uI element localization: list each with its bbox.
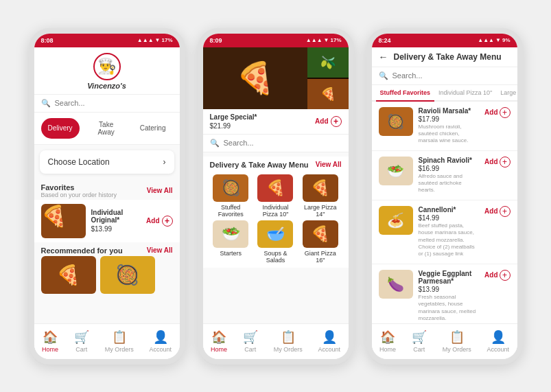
cat-starters[interactable]: 🥗 Starters bbox=[210, 220, 252, 264]
nav-orders-3[interactable]: 📋 My Orders bbox=[443, 330, 471, 353]
chevron-right-icon: › bbox=[163, 157, 166, 167]
back-button-3[interactable]: ← bbox=[379, 51, 388, 62]
sub-tabs-3: Stuffed Favorites Individual Pizza 10" L… bbox=[372, 85, 517, 102]
item-price-1: $16.99 bbox=[419, 165, 480, 172]
nav-cart-3[interactable]: 🛒 Cart bbox=[412, 330, 427, 353]
nav-account-2[interactable]: 👤 Account bbox=[318, 330, 341, 353]
hero-left: 🍕 bbox=[203, 47, 307, 109]
nav-home-1[interactable]: 🏠 Home bbox=[42, 330, 58, 353]
phone-3: 8:24 ▲▲▲ ▼ 9% ← Delivery & Take Away Men… bbox=[366, 28, 523, 365]
hero-thumb-2: 🍕 bbox=[307, 79, 349, 109]
favorites-subtitle: Based on your order history bbox=[41, 192, 117, 198]
favorites-title: Favorites bbox=[41, 183, 117, 192]
battery-3: 9% bbox=[502, 37, 511, 43]
tab-takeaway[interactable]: Take Away bbox=[84, 118, 129, 139]
recommended-view-all[interactable]: View All bbox=[147, 246, 173, 254]
item-price-3: $13.99 bbox=[419, 286, 480, 293]
account-label-3: Account bbox=[487, 346, 510, 353]
battery-1: 17% bbox=[161, 37, 172, 43]
page-title-3: Delivery & Take Away Menu bbox=[394, 52, 502, 62]
home-icon-2: 🏠 bbox=[211, 330, 226, 345]
item-add-1[interactable]: Add + bbox=[484, 157, 510, 168]
search-input-3[interactable] bbox=[392, 71, 511, 80]
cat-label-large: Large Pizza 14" bbox=[299, 204, 341, 218]
plus-icon-item-0: + bbox=[500, 107, 511, 118]
sub-tab-stuffed[interactable]: Stuffed Favorites bbox=[376, 85, 435, 102]
search-bar-1: 🔍 bbox=[34, 95, 180, 113]
signal-icon: ▲▲▲ bbox=[137, 37, 154, 43]
cat-label-giant: Giant Pizza 16" bbox=[299, 250, 341, 264]
item-details-2: Cannelloni* $14.99 Beef stuffed pasta, h… bbox=[419, 206, 480, 258]
status-icons-1: ▲▲▲ ▼ 17% bbox=[137, 37, 173, 43]
nav-home-3[interactable]: 🏠 Home bbox=[379, 330, 396, 353]
menu-list-3: 🥘 Ravioli Marsala* $17.99 Mushroom ravio… bbox=[372, 102, 517, 327]
favorites-header: Favorites Based on your order history Vi… bbox=[34, 179, 180, 200]
status-icons-3: ▲▲▲ ▼ 9% bbox=[478, 37, 510, 43]
favorites-view-all[interactable]: View All bbox=[147, 187, 173, 194]
sub-tab-individual[interactable]: Individual Pizza 10" bbox=[434, 85, 496, 102]
item-name-1: Spinach Ravioli* bbox=[419, 157, 480, 164]
add-text-2: Add bbox=[484, 207, 497, 215]
cat-img-giant: 🍕 bbox=[303, 220, 338, 248]
tab-delivery[interactable]: Delivery bbox=[41, 118, 80, 139]
cat-individual[interactable]: 🍕 Individual Pizza 10" bbox=[255, 174, 296, 218]
nav-account-1[interactable]: 👤 Account bbox=[150, 330, 172, 353]
search-bar-2: 🔍 bbox=[203, 135, 349, 152]
nav-orders-1[interactable]: 📋 My Orders bbox=[105, 330, 134, 353]
app-header-1: 👨‍🍳 Vincenzo's bbox=[34, 47, 180, 95]
search-bar-3: 🔍 bbox=[372, 67, 517, 85]
bottom-nav-3: 🏠 Home 🛒 Cart 📋 My Orders 👤 Account bbox=[372, 323, 517, 359]
item-thumb-2: 🍝 bbox=[379, 206, 413, 235]
featured-plus-1: + bbox=[331, 116, 342, 127]
menu-section-header-2: Delivery & Take Away Menu View All bbox=[203, 157, 349, 170]
item-desc-2: Beef stuffed pasta, house marinara sauce… bbox=[419, 222, 480, 258]
cat-soups[interactable]: 🥣 Soups & Salads bbox=[255, 220, 296, 264]
cart-icon-3: 🛒 bbox=[412, 330, 427, 345]
choose-location[interactable]: Choose Location › bbox=[40, 150, 174, 174]
account-icon-2: 👤 bbox=[322, 330, 337, 345]
wifi-icon: ▼ bbox=[155, 37, 161, 43]
add-text-0: Add bbox=[484, 108, 497, 116]
food-info-0: Individual Original* $13.99 bbox=[91, 209, 141, 233]
orders-icon-3: 📋 bbox=[449, 330, 465, 345]
delivery-tabs: Delivery Take Away Catering bbox=[34, 113, 180, 145]
menu-view-all-2[interactable]: View All bbox=[316, 161, 342, 168]
status-bar-1: 8:08 ▲▲▲ ▼ 17% bbox=[34, 34, 180, 47]
item-add-0[interactable]: Add + bbox=[484, 107, 510, 118]
item-add-2[interactable]: Add + bbox=[484, 206, 510, 217]
phone-1: 8:08 ▲▲▲ ▼ 17% 👨‍🍳 Vincenzo's 🔍 bbox=[29, 28, 185, 365]
featured-add-1[interactable]: Add + bbox=[315, 116, 341, 127]
cart-label-2: Cart bbox=[244, 346, 256, 353]
wifi-icon-3: ▼ bbox=[495, 37, 501, 43]
nav-account-3[interactable]: 👤 Account bbox=[487, 330, 510, 353]
signal-icon-2: ▲▲▲ bbox=[306, 37, 323, 43]
plus-icon-0: + bbox=[162, 216, 173, 227]
nav-cart-2[interactable]: 🛒 Cart bbox=[243, 330, 258, 353]
favorites-item-0: 🍕 Individual Original* $13.99 Add + bbox=[34, 200, 180, 242]
item-price-2: $14.99 bbox=[419, 214, 480, 222]
search-input-1[interactable] bbox=[55, 99, 173, 107]
add-text-1: Add bbox=[484, 158, 497, 165]
tab-catering[interactable]: Catering bbox=[133, 118, 173, 139]
search-icon-1: 🔍 bbox=[41, 99, 51, 108]
featured-name-1: Large Special* bbox=[210, 113, 257, 121]
cat-giant[interactable]: 🍕 Giant Pizza 16" bbox=[299, 220, 341, 264]
item-desc-0: Mushroom ravioli, sautéed chicken, marsa… bbox=[419, 124, 480, 145]
nav-orders-2[interactable]: 📋 My Orders bbox=[274, 330, 303, 353]
item-add-3[interactable]: Add + bbox=[484, 270, 510, 281]
wifi-icon-2: ▼ bbox=[324, 37, 329, 43]
search-input-2[interactable] bbox=[224, 139, 342, 147]
nav-home-2[interactable]: 🏠 Home bbox=[211, 330, 227, 353]
search-icon-2: 🔍 bbox=[210, 139, 220, 148]
brand-name-1: Vincenzo's bbox=[34, 82, 180, 90]
cat-large[interactable]: 🍕 Large Pizza 14" bbox=[299, 174, 341, 218]
item-name-0: Ravioli Marsala* bbox=[419, 107, 480, 115]
add-button-0[interactable]: Add + bbox=[146, 216, 172, 227]
list-item-3: 🍆 Veggie Eggplant Parmesan* $13.99 Fresh… bbox=[372, 264, 517, 327]
item-name-2: Cannelloni* bbox=[419, 206, 480, 214]
cat-stuffed[interactable]: 🥘 Stuffed Favorites bbox=[210, 174, 252, 218]
sub-tab-large[interactable]: Large Pizz... bbox=[496, 85, 517, 102]
nav-cart-1[interactable]: 🛒 Cart bbox=[74, 330, 89, 353]
item-thumb-1: 🥗 bbox=[379, 157, 413, 185]
status-time-2: 8:09 bbox=[210, 37, 222, 44]
